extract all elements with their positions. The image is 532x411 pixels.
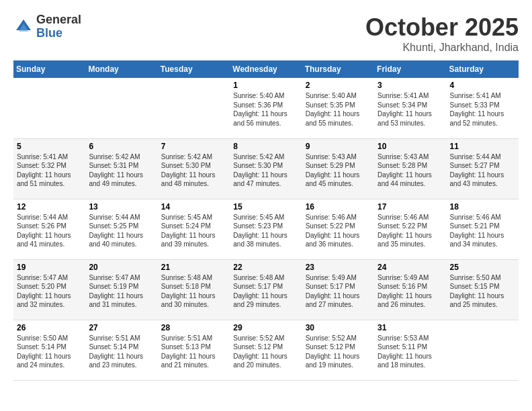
day-cell: 27Sunrise: 5:51 AM Sunset: 5:14 PM Dayli… xyxy=(85,320,157,380)
weekday-header-thursday: Thursday xyxy=(302,60,374,78)
weekday-header-monday: Monday xyxy=(85,60,157,78)
day-number: 15 xyxy=(233,202,298,212)
day-info: Sunrise: 5:45 AM Sunset: 5:23 PM Dayligh… xyxy=(233,214,287,248)
page-header: General Blue October 2025 Khunti, Jharkh… xyxy=(13,13,519,54)
day-number: 31 xyxy=(378,323,443,332)
calendar-table: SundayMondayTuesdayWednesdayThursdayFrid… xyxy=(13,60,519,381)
day-cell: 28Sunrise: 5:51 AM Sunset: 5:13 PM Dayli… xyxy=(158,320,230,380)
day-cell: 2Sunrise: 5:40 AM Sunset: 5:35 PM Daylig… xyxy=(302,78,374,138)
day-number: 20 xyxy=(89,263,154,272)
day-cell: 31Sunrise: 5:53 AM Sunset: 5:11 PM Dayli… xyxy=(374,320,446,380)
day-cell: 18Sunrise: 5:46 AM Sunset: 5:21 PM Dayli… xyxy=(447,199,519,259)
day-cell: 19Sunrise: 5:47 AM Sunset: 5:20 PM Dayli… xyxy=(13,259,85,320)
day-cell: 14Sunrise: 5:45 AM Sunset: 5:24 PM Dayli… xyxy=(158,199,230,259)
logo-icon xyxy=(13,17,34,37)
day-cell xyxy=(158,78,230,138)
day-number: 26 xyxy=(17,323,82,332)
day-cell: 4Sunrise: 5:41 AM Sunset: 5:33 PM Daylig… xyxy=(447,78,519,138)
day-cell: 6Sunrise: 5:42 AM Sunset: 5:31 PM Daylig… xyxy=(85,138,157,199)
day-cell: 20Sunrise: 5:47 AM Sunset: 5:19 PM Dayli… xyxy=(85,259,157,320)
day-cell: 24Sunrise: 5:49 AM Sunset: 5:16 PM Dayli… xyxy=(374,259,446,320)
week-row-2: 5Sunrise: 5:41 AM Sunset: 5:32 PM Daylig… xyxy=(13,138,519,199)
day-number: 17 xyxy=(378,202,443,212)
day-number: 21 xyxy=(161,263,226,272)
day-cell: 1Sunrise: 5:40 AM Sunset: 5:36 PM Daylig… xyxy=(230,78,302,138)
day-number: 18 xyxy=(450,202,515,212)
day-info: Sunrise: 5:53 AM Sunset: 5:11 PM Dayligh… xyxy=(378,334,432,369)
day-cell xyxy=(13,78,85,138)
day-info: Sunrise: 5:48 AM Sunset: 5:18 PM Dayligh… xyxy=(161,274,216,309)
day-info: Sunrise: 5:51 AM Sunset: 5:13 PM Dayligh… xyxy=(161,334,216,369)
day-number: 9 xyxy=(306,142,371,151)
day-info: Sunrise: 5:47 AM Sunset: 5:19 PM Dayligh… xyxy=(89,274,143,309)
day-info: Sunrise: 5:46 AM Sunset: 5:22 PM Dayligh… xyxy=(306,214,360,248)
day-cell: 3Sunrise: 5:41 AM Sunset: 5:34 PM Daylig… xyxy=(374,78,446,138)
day-cell: 8Sunrise: 5:42 AM Sunset: 5:30 PM Daylig… xyxy=(230,138,302,199)
day-info: Sunrise: 5:47 AM Sunset: 5:20 PM Dayligh… xyxy=(17,274,71,309)
day-number: 2 xyxy=(306,81,371,90)
day-number: 11 xyxy=(450,142,515,151)
day-info: Sunrise: 5:44 AM Sunset: 5:25 PM Dayligh… xyxy=(89,214,143,248)
day-cell: 13Sunrise: 5:44 AM Sunset: 5:25 PM Dayli… xyxy=(85,199,157,259)
day-info: Sunrise: 5:40 AM Sunset: 5:36 PM Dayligh… xyxy=(233,92,287,127)
logo-text: General Blue xyxy=(36,13,81,40)
day-number: 13 xyxy=(89,202,154,212)
day-number: 8 xyxy=(233,142,298,151)
day-number: 7 xyxy=(161,142,226,151)
day-number: 19 xyxy=(17,263,82,272)
day-number: 1 xyxy=(233,81,298,90)
week-row-1: 1Sunrise: 5:40 AM Sunset: 5:36 PM Daylig… xyxy=(13,78,519,138)
weekday-header-row: SundayMondayTuesdayWednesdayThursdayFrid… xyxy=(13,60,519,78)
week-row-3: 12Sunrise: 5:44 AM Sunset: 5:26 PM Dayli… xyxy=(13,199,519,259)
day-info: Sunrise: 5:42 AM Sunset: 5:30 PM Dayligh… xyxy=(233,153,287,188)
day-number: 3 xyxy=(378,81,443,90)
day-info: Sunrise: 5:42 AM Sunset: 5:30 PM Dayligh… xyxy=(161,153,216,188)
day-info: Sunrise: 5:41 AM Sunset: 5:33 PM Dayligh… xyxy=(450,92,504,127)
day-info: Sunrise: 5:42 AM Sunset: 5:31 PM Dayligh… xyxy=(89,153,143,188)
day-cell xyxy=(85,78,157,138)
day-info: Sunrise: 5:52 AM Sunset: 5:12 PM Dayligh… xyxy=(306,334,360,369)
day-cell: 5Sunrise: 5:41 AM Sunset: 5:32 PM Daylig… xyxy=(13,138,85,199)
logo-blue-text: Blue xyxy=(36,27,81,40)
day-info: Sunrise: 5:46 AM Sunset: 5:21 PM Dayligh… xyxy=(450,214,504,248)
day-cell: 30Sunrise: 5:52 AM Sunset: 5:12 PM Dayli… xyxy=(302,320,374,380)
weekday-header-sunday: Sunday xyxy=(13,60,85,78)
day-cell: 22Sunrise: 5:48 AM Sunset: 5:17 PM Dayli… xyxy=(230,259,302,320)
day-info: Sunrise: 5:43 AM Sunset: 5:28 PM Dayligh… xyxy=(378,153,432,188)
day-cell: 23Sunrise: 5:49 AM Sunset: 5:17 PM Dayli… xyxy=(302,259,374,320)
day-info: Sunrise: 5:48 AM Sunset: 5:17 PM Dayligh… xyxy=(233,274,287,309)
day-number: 14 xyxy=(161,202,226,212)
day-number: 22 xyxy=(233,263,298,272)
day-info: Sunrise: 5:41 AM Sunset: 5:32 PM Dayligh… xyxy=(17,153,71,188)
day-info: Sunrise: 5:45 AM Sunset: 5:24 PM Dayligh… xyxy=(161,214,216,248)
day-number: 4 xyxy=(450,81,515,90)
title-block: October 2025 Khunti, Jharkhand, India xyxy=(365,13,519,54)
day-number: 5 xyxy=(17,142,82,151)
day-number: 25 xyxy=(450,263,515,272)
weekday-header-saturday: Saturday xyxy=(447,60,519,78)
day-cell: 10Sunrise: 5:43 AM Sunset: 5:28 PM Dayli… xyxy=(374,138,446,199)
day-number: 27 xyxy=(89,323,154,332)
day-number: 12 xyxy=(17,202,82,212)
day-info: Sunrise: 5:49 AM Sunset: 5:17 PM Dayligh… xyxy=(306,274,360,309)
weekday-header-wednesday: Wednesday xyxy=(230,60,302,78)
day-info: Sunrise: 5:46 AM Sunset: 5:22 PM Dayligh… xyxy=(378,214,432,248)
day-info: Sunrise: 5:52 AM Sunset: 5:12 PM Dayligh… xyxy=(233,334,287,369)
day-number: 16 xyxy=(306,202,371,212)
day-number: 6 xyxy=(89,142,154,151)
day-info: Sunrise: 5:40 AM Sunset: 5:35 PM Dayligh… xyxy=(306,92,360,127)
day-number: 23 xyxy=(306,263,371,272)
day-info: Sunrise: 5:50 AM Sunset: 5:14 PM Dayligh… xyxy=(17,334,71,369)
day-cell: 25Sunrise: 5:50 AM Sunset: 5:15 PM Dayli… xyxy=(447,259,519,320)
week-row-4: 19Sunrise: 5:47 AM Sunset: 5:20 PM Dayli… xyxy=(13,259,519,320)
day-cell: 29Sunrise: 5:52 AM Sunset: 5:12 PM Dayli… xyxy=(230,320,302,380)
month-title: October 2025 xyxy=(365,13,519,42)
logo: General Blue xyxy=(13,13,81,40)
day-info: Sunrise: 5:50 AM Sunset: 5:15 PM Dayligh… xyxy=(450,274,504,309)
day-info: Sunrise: 5:51 AM Sunset: 5:14 PM Dayligh… xyxy=(89,334,143,369)
day-cell: 7Sunrise: 5:42 AM Sunset: 5:30 PM Daylig… xyxy=(158,138,230,199)
day-cell: 21Sunrise: 5:48 AM Sunset: 5:18 PM Dayli… xyxy=(158,259,230,320)
day-cell: 26Sunrise: 5:50 AM Sunset: 5:14 PM Dayli… xyxy=(13,320,85,380)
day-info: Sunrise: 5:43 AM Sunset: 5:29 PM Dayligh… xyxy=(306,153,360,188)
day-number: 24 xyxy=(378,263,443,272)
